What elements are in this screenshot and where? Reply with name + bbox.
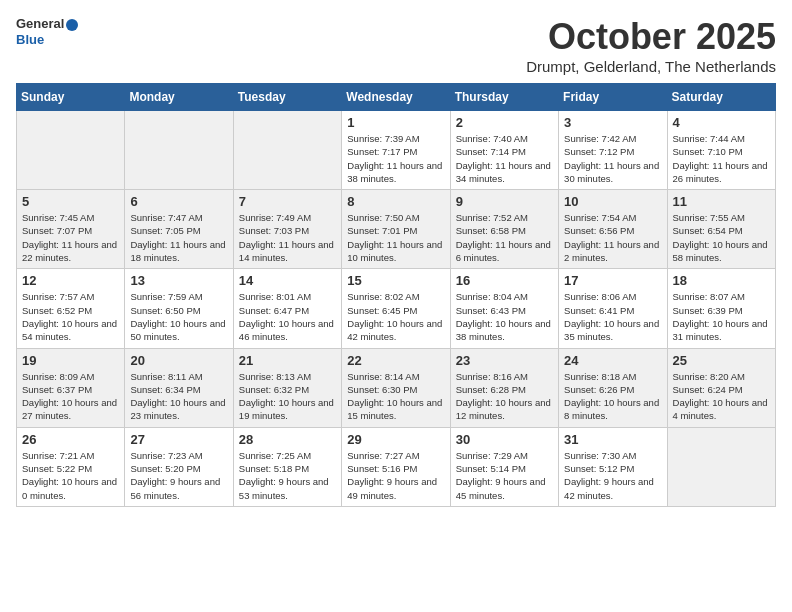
calendar-cell: 15Sunrise: 8:02 AM Sunset: 6:45 PM Dayli… [342,269,450,348]
day-number: 5 [22,194,119,209]
day-number: 30 [456,432,553,447]
calendar-cell: 16Sunrise: 8:04 AM Sunset: 6:43 PM Dayli… [450,269,558,348]
day-number: 10 [564,194,661,209]
calendar-cell: 27Sunrise: 7:23 AM Sunset: 5:20 PM Dayli… [125,427,233,506]
calendar-cell: 30Sunrise: 7:29 AM Sunset: 5:14 PM Dayli… [450,427,558,506]
calendar-cell [17,111,125,190]
day-number: 8 [347,194,444,209]
calendar-cell: 7Sunrise: 7:49 AM Sunset: 7:03 PM Daylig… [233,190,341,269]
calendar-cell: 26Sunrise: 7:21 AM Sunset: 5:22 PM Dayli… [17,427,125,506]
day-number: 11 [673,194,770,209]
calendar-cell: 29Sunrise: 7:27 AM Sunset: 5:16 PM Dayli… [342,427,450,506]
day-of-week-header: Thursday [450,84,558,111]
day-info: Sunrise: 7:21 AM Sunset: 5:22 PM Dayligh… [22,449,119,502]
calendar-body: 1Sunrise: 7:39 AM Sunset: 7:17 PM Daylig… [17,111,776,507]
calendar-cell: 8Sunrise: 7:50 AM Sunset: 7:01 PM Daylig… [342,190,450,269]
day-number: 13 [130,273,227,288]
day-number: 15 [347,273,444,288]
calendar-cell: 17Sunrise: 8:06 AM Sunset: 6:41 PM Dayli… [559,269,667,348]
day-info: Sunrise: 8:11 AM Sunset: 6:34 PM Dayligh… [130,370,227,423]
day-of-week-header: Friday [559,84,667,111]
day-number: 20 [130,353,227,368]
logo-blue-text: Blue [16,32,78,48]
calendar-cell: 1Sunrise: 7:39 AM Sunset: 7:17 PM Daylig… [342,111,450,190]
calendar-week-row: 5Sunrise: 7:45 AM Sunset: 7:07 PM Daylig… [17,190,776,269]
calendar-cell: 14Sunrise: 8:01 AM Sunset: 6:47 PM Dayli… [233,269,341,348]
calendar-cell: 31Sunrise: 7:30 AM Sunset: 5:12 PM Dayli… [559,427,667,506]
day-info: Sunrise: 7:52 AM Sunset: 6:58 PM Dayligh… [456,211,553,264]
day-info: Sunrise: 7:25 AM Sunset: 5:18 PM Dayligh… [239,449,336,502]
logo-general-text: General [16,16,64,31]
day-number: 17 [564,273,661,288]
day-number: 28 [239,432,336,447]
day-info: Sunrise: 8:20 AM Sunset: 6:24 PM Dayligh… [673,370,770,423]
day-info: Sunrise: 7:29 AM Sunset: 5:14 PM Dayligh… [456,449,553,502]
day-number: 3 [564,115,661,130]
calendar-week-row: 1Sunrise: 7:39 AM Sunset: 7:17 PM Daylig… [17,111,776,190]
day-info: Sunrise: 7:40 AM Sunset: 7:14 PM Dayligh… [456,132,553,185]
day-number: 9 [456,194,553,209]
day-of-week-header: Monday [125,84,233,111]
day-number: 26 [22,432,119,447]
calendar-cell: 28Sunrise: 7:25 AM Sunset: 5:18 PM Dayli… [233,427,341,506]
day-info: Sunrise: 7:44 AM Sunset: 7:10 PM Dayligh… [673,132,770,185]
calendar-cell: 9Sunrise: 7:52 AM Sunset: 6:58 PM Daylig… [450,190,558,269]
day-info: Sunrise: 8:06 AM Sunset: 6:41 PM Dayligh… [564,290,661,343]
header: General Blue October 2025 Drumpt, Gelder… [16,16,776,75]
day-number: 22 [347,353,444,368]
calendar-cell: 11Sunrise: 7:55 AM Sunset: 6:54 PM Dayli… [667,190,775,269]
day-info: Sunrise: 7:42 AM Sunset: 7:12 PM Dayligh… [564,132,661,185]
day-number: 27 [130,432,227,447]
day-number: 2 [456,115,553,130]
calendar-week-row: 26Sunrise: 7:21 AM Sunset: 5:22 PM Dayli… [17,427,776,506]
day-info: Sunrise: 8:01 AM Sunset: 6:47 PM Dayligh… [239,290,336,343]
day-info: Sunrise: 7:55 AM Sunset: 6:54 PM Dayligh… [673,211,770,264]
day-info: Sunrise: 8:09 AM Sunset: 6:37 PM Dayligh… [22,370,119,423]
day-number: 29 [347,432,444,447]
day-number: 25 [673,353,770,368]
day-number: 6 [130,194,227,209]
calendar-cell [233,111,341,190]
day-number: 14 [239,273,336,288]
day-number: 23 [456,353,553,368]
calendar-cell: 22Sunrise: 8:14 AM Sunset: 6:30 PM Dayli… [342,348,450,427]
day-info: Sunrise: 8:04 AM Sunset: 6:43 PM Dayligh… [456,290,553,343]
day-number: 12 [22,273,119,288]
calendar-cell: 20Sunrise: 8:11 AM Sunset: 6:34 PM Dayli… [125,348,233,427]
logo: General Blue [16,16,78,47]
day-number: 1 [347,115,444,130]
day-info: Sunrise: 8:14 AM Sunset: 6:30 PM Dayligh… [347,370,444,423]
location-subtitle: Drumpt, Gelderland, The Netherlands [526,58,776,75]
day-info: Sunrise: 8:02 AM Sunset: 6:45 PM Dayligh… [347,290,444,343]
calendar-cell [125,111,233,190]
day-info: Sunrise: 7:54 AM Sunset: 6:56 PM Dayligh… [564,211,661,264]
day-info: Sunrise: 7:49 AM Sunset: 7:03 PM Dayligh… [239,211,336,264]
day-info: Sunrise: 8:07 AM Sunset: 6:39 PM Dayligh… [673,290,770,343]
calendar-week-row: 19Sunrise: 8:09 AM Sunset: 6:37 PM Dayli… [17,348,776,427]
month-title: October 2025 [526,16,776,58]
day-of-week-header: Tuesday [233,84,341,111]
day-number: 4 [673,115,770,130]
calendar-cell: 2Sunrise: 7:40 AM Sunset: 7:14 PM Daylig… [450,111,558,190]
day-of-week-header: Sunday [17,84,125,111]
day-info: Sunrise: 7:47 AM Sunset: 7:05 PM Dayligh… [130,211,227,264]
day-info: Sunrise: 7:59 AM Sunset: 6:50 PM Dayligh… [130,290,227,343]
calendar-cell [667,427,775,506]
day-number: 31 [564,432,661,447]
calendar-cell: 18Sunrise: 8:07 AM Sunset: 6:39 PM Dayli… [667,269,775,348]
logo-icon [66,19,78,31]
calendar-cell: 4Sunrise: 7:44 AM Sunset: 7:10 PM Daylig… [667,111,775,190]
day-number: 16 [456,273,553,288]
calendar-cell: 23Sunrise: 8:16 AM Sunset: 6:28 PM Dayli… [450,348,558,427]
calendar-cell: 12Sunrise: 7:57 AM Sunset: 6:52 PM Dayli… [17,269,125,348]
calendar-table: SundayMondayTuesdayWednesdayThursdayFrid… [16,83,776,507]
day-info: Sunrise: 8:16 AM Sunset: 6:28 PM Dayligh… [456,370,553,423]
calendar-cell: 5Sunrise: 7:45 AM Sunset: 7:07 PM Daylig… [17,190,125,269]
day-info: Sunrise: 7:50 AM Sunset: 7:01 PM Dayligh… [347,211,444,264]
day-of-week-header: Saturday [667,84,775,111]
day-info: Sunrise: 7:23 AM Sunset: 5:20 PM Dayligh… [130,449,227,502]
calendar-week-row: 12Sunrise: 7:57 AM Sunset: 6:52 PM Dayli… [17,269,776,348]
day-number: 18 [673,273,770,288]
calendar-cell: 10Sunrise: 7:54 AM Sunset: 6:56 PM Dayli… [559,190,667,269]
calendar-cell: 25Sunrise: 8:20 AM Sunset: 6:24 PM Dayli… [667,348,775,427]
